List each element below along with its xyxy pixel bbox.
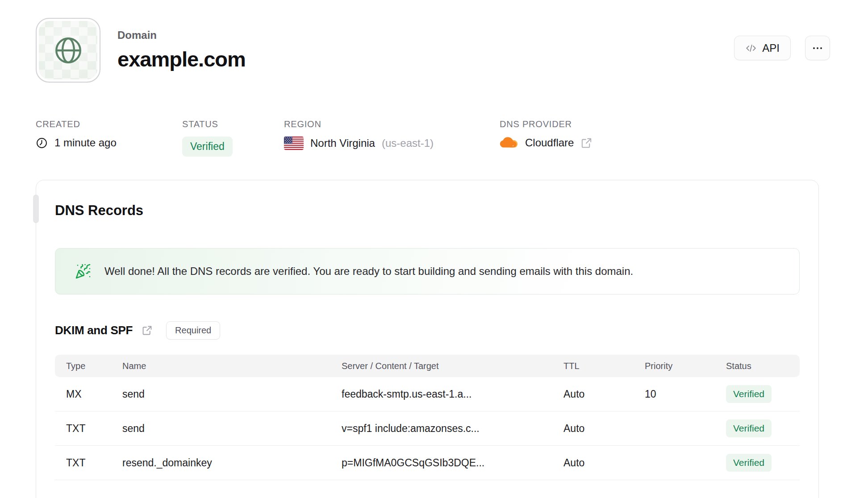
party-popper-icon [75, 263, 91, 279]
dkim-spf-heading: DKIM and SPF [55, 324, 133, 337]
dkim-spf-row: DKIM and SPF Required [55, 321, 800, 340]
api-button-label: API [762, 42, 780, 54]
success-banner: Well done! All the DNS records are verif… [55, 248, 800, 295]
dns-table: Type Name Server / Content / Target TTL … [55, 355, 800, 480]
code-icon [745, 42, 757, 54]
dns-provider-label: DNS PROVIDER [500, 119, 593, 129]
col-header-priority: Priority [645, 361, 726, 371]
globe-icon [54, 36, 83, 65]
row-status-badge: Verified [726, 385, 772, 403]
dns-records-card: DNS Records Well done! All the DNS recor… [36, 180, 819, 498]
status-label: STATUS [182, 119, 284, 129]
row-status-badge: Verified [726, 454, 772, 472]
region-label: REGION [284, 119, 500, 129]
table-row: MX send feedback-smtp.us-east-1.a... Aut… [55, 377, 800, 411]
banner-text: Well done! All the DNS records are verif… [104, 265, 633, 278]
created-value: 1 minute ago [54, 137, 117, 149]
created-label: CREATED [36, 119, 182, 129]
more-button[interactable] [805, 36, 830, 60]
cell-ttl: Auto [563, 457, 645, 469]
required-badge: Required [166, 321, 220, 340]
domain-avatar [36, 18, 100, 83]
page-title: example.com [117, 47, 246, 71]
col-header-ttl: TTL [563, 361, 645, 371]
cell-content: v=spf1 include:amazonses.c... [342, 423, 563, 435]
cell-name: resend._domainkey [122, 457, 342, 469]
cell-content: feedback-smtp.us-east-1.a... [342, 388, 563, 400]
row-status-badge: Verified [726, 419, 772, 437]
dns-records-heading: DNS Records [55, 203, 800, 219]
api-button[interactable]: API [734, 36, 791, 60]
cell-type: TXT [66, 423, 122, 435]
col-header-status: Status [726, 361, 789, 371]
col-header-name: Name [122, 361, 342, 371]
scroll-indicator[interactable] [33, 195, 39, 223]
cell-ttl: Auto [563, 423, 645, 435]
table-header-row: Type Name Server / Content / Target TTL … [55, 355, 800, 377]
table-row: TXT send v=spf1 include:amazonses.c... A… [55, 411, 800, 446]
provider-external-link-icon[interactable] [580, 137, 593, 149]
col-header-content: Server / Content / Target [342, 361, 563, 371]
col-header-type: Type [66, 361, 122, 371]
domain-meta: CREATED 1 minute ago STATUS Verified REG… [0, 119, 868, 157]
region-value: North Virginia [310, 137, 375, 149]
status-badge: Verified [182, 137, 233, 157]
ellipsis-icon [812, 43, 823, 54]
cloudflare-icon [500, 137, 518, 149]
cell-type: TXT [66, 457, 122, 469]
cell-content: p=MIGfMA0GCSqGSIb3DQE... [342, 457, 563, 469]
us-flag-icon [284, 137, 304, 150]
domain-header: Domain example.com API [0, 0, 868, 83]
clock-icon [36, 137, 48, 149]
cell-name: send [122, 388, 342, 400]
cell-name: send [122, 423, 342, 435]
table-row: TXT resend._domainkey p=MIGfMA0GCSqGSIb3… [55, 446, 800, 480]
cell-priority: 10 [645, 388, 726, 400]
dkim-external-link-icon[interactable] [142, 325, 153, 336]
region-code: (us-east-1) [382, 137, 434, 149]
page-eyebrow: Domain [117, 29, 246, 42]
dns-provider-value: Cloudflare [525, 137, 574, 149]
cell-ttl: Auto [563, 388, 645, 400]
cell-type: MX [66, 388, 122, 400]
